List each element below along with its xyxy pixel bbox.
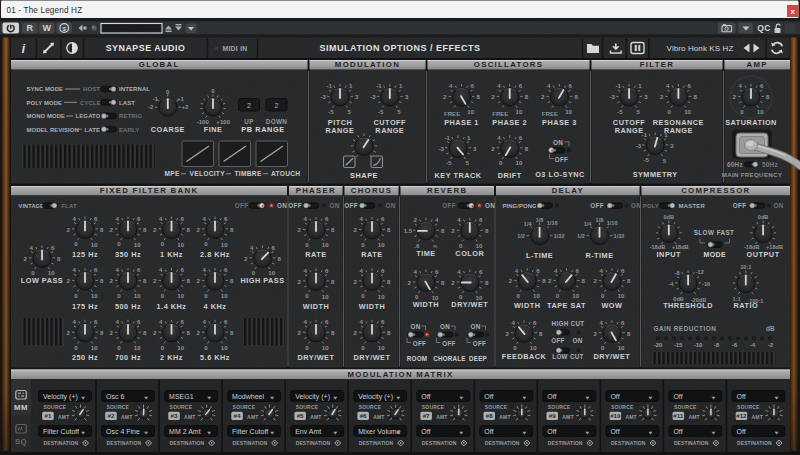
svg-text:01 - The Legend HZ: 01 - The Legend HZ [7,6,83,15]
svg-text:x: x [790,7,795,16]
svg-text:W: W [42,23,51,33]
svg-text:MIDI IN: MIDI IN [222,45,247,52]
svg-text:R: R [26,23,33,33]
svg-text:SIMULATION OPTIONS / EFFECTS: SIMULATION OPTIONS / EFFECTS [320,43,481,53]
svg-text:s: s [62,25,66,32]
svg-text:Vibro Honk KS HZ: Vibro Honk KS HZ [667,44,734,53]
svg-text:SYNAPSE AUDIO: SYNAPSE AUDIO [106,43,186,53]
svg-text:QC: QC [757,23,770,33]
